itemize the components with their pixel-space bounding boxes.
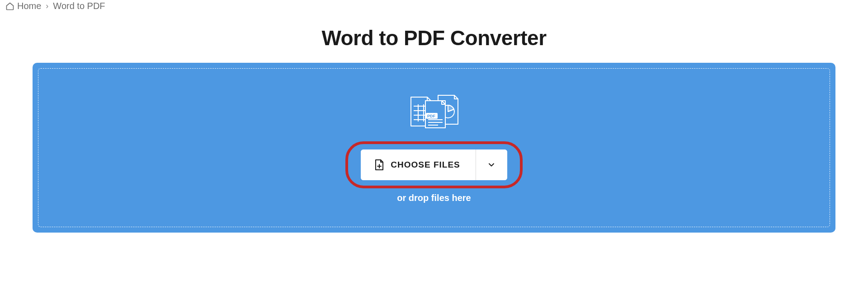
page-title: Word to PDF Converter bbox=[0, 26, 868, 50]
breadcrumb-home-link[interactable]: Home bbox=[5, 1, 41, 11]
documents-illustration-icon: PDF bbox=[405, 93, 463, 133]
chevron-down-icon bbox=[487, 160, 496, 169]
breadcrumb-current: Word to PDF bbox=[53, 1, 105, 11]
annotation-highlight: CHOOSE FILES bbox=[345, 141, 522, 188]
breadcrumb-home-label: Home bbox=[17, 1, 41, 11]
dropzone-inner: PDF CHOOS bbox=[38, 68, 830, 227]
choose-files-dropdown-button[interactable] bbox=[476, 149, 507, 180]
choose-files-label: CHOOSE FILES bbox=[391, 160, 460, 170]
breadcrumb: Home › Word to PDF bbox=[0, 0, 868, 15]
breadcrumb-separator: › bbox=[46, 1, 48, 11]
home-icon bbox=[5, 2, 14, 11]
svg-text:PDF: PDF bbox=[427, 114, 436, 118]
choose-files-button[interactable]: CHOOSE FILES bbox=[361, 149, 475, 180]
file-dropzone[interactable]: PDF CHOOS bbox=[33, 63, 835, 233]
choose-files-group: CHOOSE FILES bbox=[361, 149, 507, 180]
drop-hint-text: or drop files here bbox=[397, 193, 471, 203]
file-add-icon bbox=[374, 159, 384, 171]
